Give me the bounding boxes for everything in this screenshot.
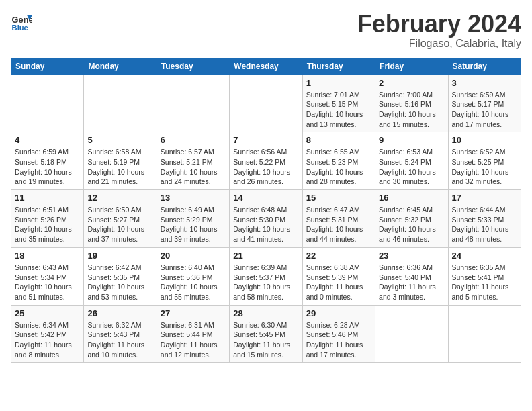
- day-number: 1: [306, 78, 371, 88]
- day-number: 12: [87, 193, 152, 203]
- day-info: Sunrise: 6:32 AMSunset: 5:43 PMDaylight:…: [87, 320, 152, 360]
- day-number: 8: [306, 135, 371, 145]
- day-cell: 11Sunrise: 6:51 AMSunset: 5:26 PMDayligh…: [11, 190, 84, 248]
- day-number: 29: [306, 308, 371, 318]
- svg-text:Blue: Blue: [12, 24, 28, 32]
- day-number: 27: [161, 308, 226, 318]
- day-number: 21: [233, 250, 298, 261]
- day-info: Sunrise: 6:59 AMSunset: 5:17 PMDaylight:…: [452, 90, 517, 130]
- day-number: 17: [452, 193, 517, 203]
- day-number: 25: [15, 308, 80, 318]
- day-number: 24: [452, 250, 517, 261]
- day-number: 19: [87, 250, 152, 261]
- day-info: Sunrise: 7:00 AMSunset: 5:16 PMDaylight:…: [379, 90, 444, 130]
- logo: General Blue: [11, 11, 32, 32]
- header-cell-wednesday: Wednesday: [230, 58, 302, 75]
- day-cell: 12Sunrise: 6:50 AMSunset: 5:27 PMDayligh…: [84, 190, 157, 248]
- day-cell: 16Sunrise: 6:45 AMSunset: 5:32 PMDayligh…: [375, 190, 448, 248]
- day-cell: 24Sunrise: 6:35 AMSunset: 5:41 PMDayligh…: [448, 247, 521, 305]
- day-number: 3: [452, 78, 517, 88]
- day-cell: 18Sunrise: 6:43 AMSunset: 5:34 PMDayligh…: [11, 247, 84, 305]
- day-number: 14: [233, 193, 298, 203]
- day-info: Sunrise: 6:58 AMSunset: 5:19 PMDaylight:…: [87, 147, 152, 187]
- day-cell: 25Sunrise: 6:34 AMSunset: 5:42 PMDayligh…: [11, 305, 84, 363]
- day-info: Sunrise: 6:42 AMSunset: 5:35 PMDaylight:…: [87, 263, 152, 302]
- day-cell: 21Sunrise: 6:39 AMSunset: 5:37 PMDayligh…: [230, 247, 302, 305]
- calendar-table: SundayMondayTuesdayWednesdayThursdayFrid…: [11, 58, 521, 363]
- day-info: Sunrise: 6:39 AMSunset: 5:37 PMDaylight:…: [233, 263, 298, 302]
- day-cell: 23Sunrise: 6:36 AMSunset: 5:40 PMDayligh…: [375, 247, 448, 305]
- header-cell-monday: Monday: [84, 58, 157, 75]
- day-number: 23: [379, 250, 444, 261]
- day-cell: 3Sunrise: 6:59 AMSunset: 5:17 PMDaylight…: [448, 75, 521, 132]
- logo-icon: General Blue: [11, 11, 32, 32]
- day-cell: 1Sunrise: 7:01 AMSunset: 5:15 PMDaylight…: [302, 75, 375, 132]
- day-cell: 17Sunrise: 6:44 AMSunset: 5:33 PMDayligh…: [448, 190, 521, 248]
- day-cell: 2Sunrise: 7:00 AMSunset: 5:16 PMDaylight…: [375, 75, 448, 132]
- day-info: Sunrise: 7:01 AMSunset: 5:15 PMDaylight:…: [306, 90, 371, 130]
- day-info: Sunrise: 6:40 AMSunset: 5:36 PMDaylight:…: [161, 263, 226, 302]
- header-cell-saturday: Saturday: [448, 58, 521, 75]
- day-cell: 14Sunrise: 6:48 AMSunset: 5:30 PMDayligh…: [230, 190, 302, 248]
- week-row-3: 11Sunrise: 6:51 AMSunset: 5:26 PMDayligh…: [11, 190, 521, 248]
- day-cell: 15Sunrise: 6:47 AMSunset: 5:31 PMDayligh…: [302, 190, 375, 248]
- header-row: SundayMondayTuesdayWednesdayThursdayFrid…: [11, 58, 521, 75]
- day-info: Sunrise: 6:36 AMSunset: 5:40 PMDaylight:…: [379, 263, 444, 302]
- day-cell: 10Sunrise: 6:52 AMSunset: 5:25 PMDayligh…: [448, 132, 521, 190]
- week-row-4: 18Sunrise: 6:43 AMSunset: 5:34 PMDayligh…: [11, 247, 521, 305]
- day-info: Sunrise: 6:55 AMSunset: 5:23 PMDaylight:…: [306, 147, 371, 187]
- calendar-title: February 2024: [357, 11, 521, 38]
- day-info: Sunrise: 6:59 AMSunset: 5:18 PMDaylight:…: [15, 147, 80, 187]
- day-cell: 4Sunrise: 6:59 AMSunset: 5:18 PMDaylight…: [11, 132, 84, 190]
- day-number: 7: [233, 135, 298, 145]
- day-info: Sunrise: 6:34 AMSunset: 5:42 PMDaylight:…: [15, 320, 80, 360]
- day-cell: 5Sunrise: 6:58 AMSunset: 5:19 PMDaylight…: [84, 132, 157, 190]
- day-cell: 20Sunrise: 6:40 AMSunset: 5:36 PMDayligh…: [157, 247, 229, 305]
- header-cell-friday: Friday: [375, 58, 448, 75]
- day-info: Sunrise: 6:31 AMSunset: 5:44 PMDaylight:…: [161, 320, 226, 360]
- day-number: 28: [233, 308, 298, 318]
- day-number: 22: [306, 250, 371, 261]
- day-cell: 13Sunrise: 6:49 AMSunset: 5:29 PMDayligh…: [157, 190, 229, 248]
- day-cell: 7Sunrise: 6:56 AMSunset: 5:22 PMDaylight…: [230, 132, 302, 190]
- day-info: Sunrise: 6:51 AMSunset: 5:26 PMDaylight:…: [15, 205, 80, 244]
- day-cell: [84, 75, 157, 132]
- day-info: Sunrise: 6:38 AMSunset: 5:39 PMDaylight:…: [306, 263, 371, 302]
- page-header: General Blue February 2024 Filogaso, Cal…: [11, 11, 521, 50]
- day-info: Sunrise: 6:57 AMSunset: 5:21 PMDaylight:…: [161, 147, 226, 187]
- day-cell: [11, 75, 84, 132]
- day-cell: 29Sunrise: 6:28 AMSunset: 5:46 PMDayligh…: [302, 305, 375, 363]
- header-cell-sunday: Sunday: [11, 58, 84, 75]
- day-number: 16: [379, 193, 444, 203]
- day-number: 5: [87, 135, 152, 145]
- week-row-1: 1Sunrise: 7:01 AMSunset: 5:15 PMDaylight…: [11, 75, 521, 132]
- day-number: 13: [161, 193, 226, 203]
- day-number: 15: [306, 193, 371, 203]
- day-cell: 19Sunrise: 6:42 AMSunset: 5:35 PMDayligh…: [84, 247, 157, 305]
- day-info: Sunrise: 6:45 AMSunset: 5:32 PMDaylight:…: [379, 205, 444, 244]
- day-cell: 27Sunrise: 6:31 AMSunset: 5:44 PMDayligh…: [157, 305, 229, 363]
- day-info: Sunrise: 6:53 AMSunset: 5:24 PMDaylight:…: [379, 147, 444, 187]
- day-number: 20: [161, 250, 226, 261]
- day-number: 11: [15, 193, 80, 203]
- week-row-5: 25Sunrise: 6:34 AMSunset: 5:42 PMDayligh…: [11, 305, 521, 363]
- day-info: Sunrise: 6:50 AMSunset: 5:27 PMDaylight:…: [87, 205, 152, 244]
- week-row-2: 4Sunrise: 6:59 AMSunset: 5:18 PMDaylight…: [11, 132, 521, 190]
- day-cell: [375, 305, 448, 363]
- day-number: 2: [379, 78, 444, 88]
- day-cell: 22Sunrise: 6:38 AMSunset: 5:39 PMDayligh…: [302, 247, 375, 305]
- day-number: 18: [15, 250, 80, 261]
- title-block: February 2024 Filogaso, Calabria, Italy: [357, 11, 521, 50]
- day-info: Sunrise: 6:30 AMSunset: 5:45 PMDaylight:…: [233, 320, 298, 360]
- day-number: 9: [379, 135, 444, 145]
- day-cell: 26Sunrise: 6:32 AMSunset: 5:43 PMDayligh…: [84, 305, 157, 363]
- day-info: Sunrise: 6:47 AMSunset: 5:31 PMDaylight:…: [306, 205, 371, 244]
- day-info: Sunrise: 6:48 AMSunset: 5:30 PMDaylight:…: [233, 205, 298, 244]
- day-info: Sunrise: 6:43 AMSunset: 5:34 PMDaylight:…: [15, 263, 80, 302]
- day-number: 6: [161, 135, 226, 145]
- header-cell-tuesday: Tuesday: [157, 58, 229, 75]
- day-number: 10: [452, 135, 517, 145]
- day-cell: 8Sunrise: 6:55 AMSunset: 5:23 PMDaylight…: [302, 132, 375, 190]
- day-info: Sunrise: 6:49 AMSunset: 5:29 PMDaylight:…: [161, 205, 226, 244]
- day-info: Sunrise: 6:56 AMSunset: 5:22 PMDaylight:…: [233, 147, 298, 187]
